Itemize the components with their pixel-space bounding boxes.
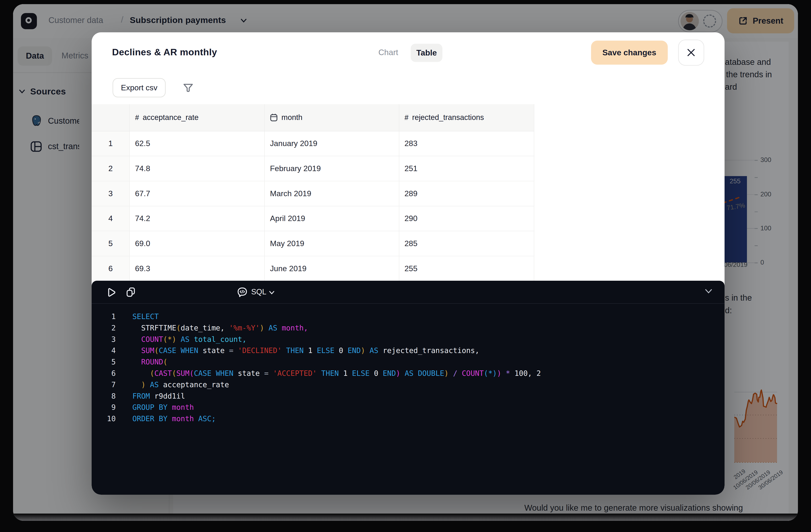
save-changes-button[interactable]: Save changes — [591, 41, 668, 65]
table-cell[interactable]: 67.7 — [130, 181, 265, 206]
table-cell[interactable]: 255 — [399, 256, 534, 281]
table-cell[interactable]: 1 — [92, 131, 130, 156]
line-number: 9 — [92, 402, 116, 413]
close-icon — [686, 48, 696, 57]
table-row[interactable]: 367.7March 2019289 — [92, 181, 534, 206]
table-cell[interactable]: 285 — [399, 231, 534, 256]
modal-title: Declines & AR monthly — [112, 47, 217, 58]
table-cell[interactable]: June 2019 — [265, 256, 399, 281]
sql-code-line: 6 (CAST(SUM(CASE WHEN state = 'ACCEPTED'… — [92, 368, 541, 379]
calendar-icon — [270, 113, 278, 122]
line-number: 8 — [92, 391, 116, 402]
sql-code-line: 2 STRFTIME(date_time, '%m-%Y') AS month, — [92, 322, 541, 334]
sql-toolbar: SQL — [92, 281, 724, 304]
table-cell[interactable]: 2 — [92, 156, 130, 181]
table-body: 162.5January 2019283274.8February 201925… — [92, 131, 534, 281]
table-cell[interactable]: 283 — [399, 131, 534, 156]
numeric-type-icon: # — [135, 113, 139, 122]
table-cell[interactable]: April 2019 — [265, 206, 399, 231]
table-header-row: # acceptance_rate month # rejected_trans… — [92, 104, 534, 131]
sql-code[interactable]: 1SELECT2 STRFTIME(date_time, '%m-%Y') AS… — [92, 311, 541, 424]
sql-code-line: 10ORDER BY month ASC; — [92, 413, 541, 424]
line-number: 5 — [92, 356, 116, 368]
sql-code-line: 5 ROUND( — [92, 356, 541, 368]
table-cell[interactable]: February 2019 — [265, 156, 399, 181]
table-cell[interactable]: 69.3 — [130, 256, 265, 281]
line-number: 1 — [92, 311, 116, 322]
code-language-icon[interactable] — [236, 287, 248, 298]
table-cell[interactable]: 290 — [399, 206, 534, 231]
table-cell[interactable]: 69.0 — [130, 231, 265, 256]
sql-code-line: 9GROUP BY month — [92, 402, 541, 413]
table-cell[interactable]: 289 — [399, 181, 534, 206]
copy-icon[interactable] — [126, 287, 135, 297]
table-cell[interactable]: May 2019 — [265, 231, 399, 256]
table-row[interactable]: 274.8February 2019251 — [92, 156, 534, 181]
table-cell[interactable]: January 2019 — [265, 131, 399, 156]
table-cell[interactable]: 5 — [92, 231, 130, 256]
numeric-type-icon: # — [404, 113, 409, 122]
column-header-acceptance-rate[interactable]: # acceptance_rate — [130, 104, 265, 131]
line-number: 4 — [92, 345, 116, 356]
sql-code-line: 3 COUNT(*) AS total_count, — [92, 334, 541, 345]
table-row[interactable]: 669.3June 2019255 — [92, 256, 534, 281]
line-number: 7 — [92, 379, 116, 391]
column-header-rejected-transactions[interactable]: # rejected_transactions — [399, 104, 534, 131]
column-header-month[interactable]: month — [265, 104, 399, 131]
line-number: 10 — [92, 413, 116, 424]
collapse-panel-icon[interactable] — [705, 288, 713, 294]
sql-code-line: 8FROM r9dd1il — [92, 391, 541, 402]
table-cell[interactable]: 6 — [92, 256, 130, 281]
table-cell[interactable]: 74.8 — [130, 156, 265, 181]
sql-code-line: 1SELECT — [92, 311, 541, 322]
line-number: 2 — [92, 322, 116, 334]
close-button[interactable] — [678, 40, 704, 66]
app-window: Customer data / Subscription payments Pr… — [13, 4, 798, 521]
screen: Customer data / Subscription payments Pr… — [0, 0, 811, 532]
results-table: # acceptance_rate month # rejected_trans… — [92, 104, 534, 281]
table-row[interactable]: 474.2April 2019290 — [92, 206, 534, 231]
line-number: 3 — [92, 334, 116, 345]
visual-editor-modal: Declines & AR monthly Chart Table Save c… — [92, 32, 724, 495]
row-number-header — [92, 104, 130, 131]
run-query-icon[interactable] — [106, 287, 116, 297]
sql-code-line: 7 ) AS acceptance_rate — [92, 379, 541, 391]
line-number: 6 — [92, 368, 116, 379]
window-shadow — [13, 514, 798, 521]
filter-icon[interactable] — [182, 82, 194, 94]
toggle-table[interactable]: Table — [411, 44, 442, 62]
table-cell[interactable]: 251 — [399, 156, 534, 181]
sql-panel: SQL 1SELECT2 STRFTIME(date_time, '%m-%Y'… — [92, 281, 724, 495]
table-cell[interactable]: March 2019 — [265, 181, 399, 206]
table-cell[interactable]: 3 — [92, 181, 130, 206]
table-row[interactable]: 569.0May 2019285 — [92, 231, 534, 256]
toggle-chart[interactable]: Chart — [378, 48, 398, 57]
table-cell[interactable]: 4 — [92, 206, 130, 231]
export-csv-button[interactable]: Export csv — [112, 78, 166, 97]
table-cell[interactable]: 74.2 — [130, 206, 265, 231]
table-row[interactable]: 162.5January 2019283 — [92, 131, 534, 156]
sql-code-line: 4 SUM(CASE WHEN state = 'DECLINED' THEN … — [92, 345, 541, 356]
chevron-down-icon[interactable] — [269, 291, 275, 295]
sql-language-label[interactable]: SQL — [251, 287, 266, 296]
table-cell[interactable]: 62.5 — [130, 131, 265, 156]
